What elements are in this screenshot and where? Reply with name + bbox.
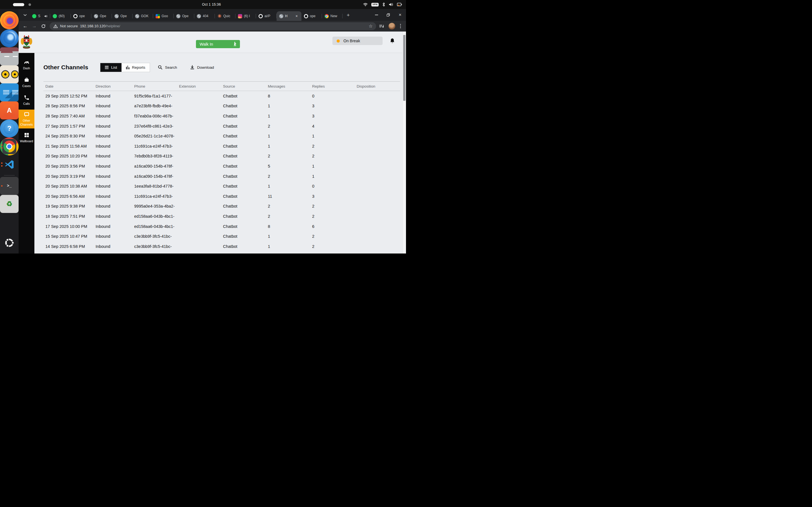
browser-tab[interactable]: ✳ Quic × <box>215 11 236 21</box>
dock-item[interactable] <box>0 29 18 47</box>
media-controls-icon[interactable] <box>379 24 384 28</box>
tab-audio-icon[interactable] <box>44 15 48 18</box>
not-secure-label[interactable]: Not secure <box>60 24 78 28</box>
browser-tab[interactable]: GOK × <box>133 11 153 21</box>
browser-tab[interactable]: ope × <box>71 11 91 21</box>
table-row[interactable]: 27 Sep 2025 1:57 PM Inbound 237e64f8-c86… <box>43 121 400 131</box>
cell-messages: 2 <box>268 204 312 209</box>
minimize-button[interactable] <box>370 9 382 21</box>
browser-tab[interactable]: New × <box>322 11 343 21</box>
browser-tab[interactable]: Ope × <box>174 11 194 21</box>
system-clock[interactable]: Oct 1 15:36 <box>202 0 221 9</box>
dock-item[interactable] <box>0 11 18 29</box>
dock-item[interactable]: >_ <box>0 177 18 195</box>
table-row[interactable]: 18 Sep 2025 7:51 PM Inbound ed158aa6-043… <box>43 211 400 221</box>
terminal-icon: >_ <box>3 180 15 192</box>
tab-search-button[interactable] <box>21 11 29 18</box>
table-row[interactable]: 20 Sep 2025 3:56 PM Inbound a16ca090-154… <box>43 161 400 171</box>
table-row[interactable]: 20 Sep 2025 6:56 AM Inbound 11c691ca-e24… <box>43 191 400 202</box>
cell-replies: 1 <box>312 174 357 179</box>
browser-tab[interactable]: Ope × <box>112 11 133 21</box>
cell-date: 20 Sep 2025 6:56 AM <box>45 194 96 199</box>
table-row[interactable]: 14 Sep 2025 6:58 PM Inbound c3e3bb9f-3fc… <box>43 241 400 251</box>
table-row[interactable]: 28 Sep 2025 7:40 AM Inbound f37eab0a-008… <box>43 111 400 121</box>
dock-item[interactable] <box>0 156 18 173</box>
table-row[interactable]: 15 Sep 2025 10:47 PM Inbound c3e3bb9f-3f… <box>43 231 400 241</box>
column-header[interactable]: Messages <box>268 84 312 89</box>
browser-tab[interactable]: ai/P × <box>256 11 276 21</box>
cell-replies: 3 <box>312 104 357 108</box>
sidebar-item[interactable]: Other Channels <box>18 110 35 128</box>
table-row[interactable]: 17 Sep 2025 10:00 PM Inbound ed158aa6-04… <box>43 221 400 231</box>
walk-in-button[interactable]: Walk In <box>196 40 240 48</box>
browser-tab[interactable]: 404 × <box>194 11 215 21</box>
table-row[interactable]: 19 Sep 2025 9:38 PM Inbound 9995a0e4-353… <box>43 202 400 212</box>
sidebar-item-label: Wallboard <box>20 139 33 144</box>
download-button[interactable]: Download <box>190 65 214 69</box>
tab-close-icon[interactable]: × <box>294 14 299 18</box>
close-button[interactable]: × <box>394 9 406 21</box>
dock-item[interactable] <box>0 47 18 65</box>
cell-date: 20 Sep 2025 10:20 PM <box>45 154 96 158</box>
sidebar-item[interactable]: Wallboard <box>18 129 35 146</box>
list-view-button[interactable]: List <box>100 63 121 72</box>
new-tab-button[interactable]: + <box>345 11 352 18</box>
sidebar-item[interactable]: Calls <box>18 92 35 109</box>
profile-avatar[interactable] <box>389 23 395 30</box>
cell-source: Chatbot <box>223 214 268 219</box>
reload-button[interactable] <box>40 22 47 30</box>
dock-item[interactable]: ? <box>0 119 18 137</box>
column-header[interactable]: Date <box>45 84 96 89</box>
column-header[interactable]: Replies <box>312 84 357 89</box>
restore-button[interactable] <box>382 9 394 21</box>
cell-date: 17 Sep 2025 10:00 PM <box>45 224 96 229</box>
search-button[interactable]: Search <box>158 65 177 69</box>
column-header[interactable]: Phone <box>134 84 179 89</box>
table-row[interactable]: 20 Sep 2025 10:38 AM Inbound 1eea3fa8-81… <box>43 181 400 191</box>
browser-tab[interactable]: S × <box>30 11 50 21</box>
reports-view-button[interactable]: Reports <box>121 63 150 72</box>
url-text[interactable]: 192.168.10.120/helpline/ <box>80 24 120 28</box>
sidebar-item[interactable]: Dash <box>18 56 35 73</box>
table-row[interactable]: 24 Sep 2025 8:30 PM Inbound 05e26d21-1c1… <box>43 131 400 141</box>
dock-item[interactable] <box>0 173 18 177</box>
agent-status-button[interactable]: On Break <box>333 37 383 45</box>
browser-tab[interactable]: (6) I × <box>236 11 256 21</box>
table-row[interactable]: 28 Sep 2025 8:56 PM Inbound a7e23bf8-fbd… <box>43 101 400 111</box>
sidebar-item[interactable]: Cases <box>18 74 35 91</box>
browser-tab[interactable]: H × <box>276 11 301 21</box>
dock-item[interactable]: ♻ <box>0 195 18 213</box>
dock-item[interactable] <box>0 65 18 83</box>
dock-item[interactable] <box>0 137 18 156</box>
browser-tab[interactable]: ope × <box>301 11 322 21</box>
table-row[interactable]: 20 Sep 2025 10:20 PM Inbound 7ebdb0b3-8f… <box>43 151 400 161</box>
table-row[interactable]: 21 Sep 2025 11:58 AM Inbound 11c691ca-e2… <box>43 141 400 151</box>
back-button[interactable]: ← <box>21 22 29 30</box>
column-header[interactable]: Disposition <box>357 84 400 89</box>
cell-phone: f37eab0a-008c-467b- <box>134 114 179 118</box>
column-header[interactable]: Extension <box>179 84 223 89</box>
address-bar[interactable]: Not secure 192.168.10.120/helpline/ ☆ <box>50 22 376 30</box>
page-scrollbar[interactable] <box>402 32 406 253</box>
table-row[interactable]: 29 Sep 2025 12:52 PM Inbound 91f5c98a-f1… <box>43 91 400 101</box>
dock-item[interactable]: A <box>0 101 18 119</box>
system-status-area[interactable]: VPN <box>363 0 402 9</box>
dock-item[interactable] <box>0 234 18 252</box>
dock-item[interactable] <box>0 83 18 101</box>
not-secure-warning-icon[interactable] <box>53 24 58 28</box>
browser-tab[interactable]: Goo × <box>153 11 174 21</box>
notifications-bell-icon[interactable] <box>390 38 395 45</box>
table-row[interactable]: 20 Sep 2025 3:19 PM Inbound a16ca090-154… <box>43 171 400 181</box>
column-header[interactable]: Source <box>223 84 268 89</box>
browser-tab[interactable]: Ope × <box>91 11 112 21</box>
column-header[interactable]: Direction <box>96 84 134 89</box>
forward-button[interactable]: → <box>31 22 38 30</box>
browser-tab[interactable]: (60) × <box>50 11 71 21</box>
activities-pill[interactable] <box>13 3 24 6</box>
desktop-screen: Oct 1 15:36 VPN <box>0 0 406 253</box>
browser-menu-icon[interactable] <box>398 22 403 30</box>
status-dot <box>337 40 340 43</box>
cell-direction: Inbound <box>96 184 134 188</box>
bookmark-star-icon[interactable]: ☆ <box>367 23 374 29</box>
scrollbar-thumb[interactable] <box>403 35 405 101</box>
